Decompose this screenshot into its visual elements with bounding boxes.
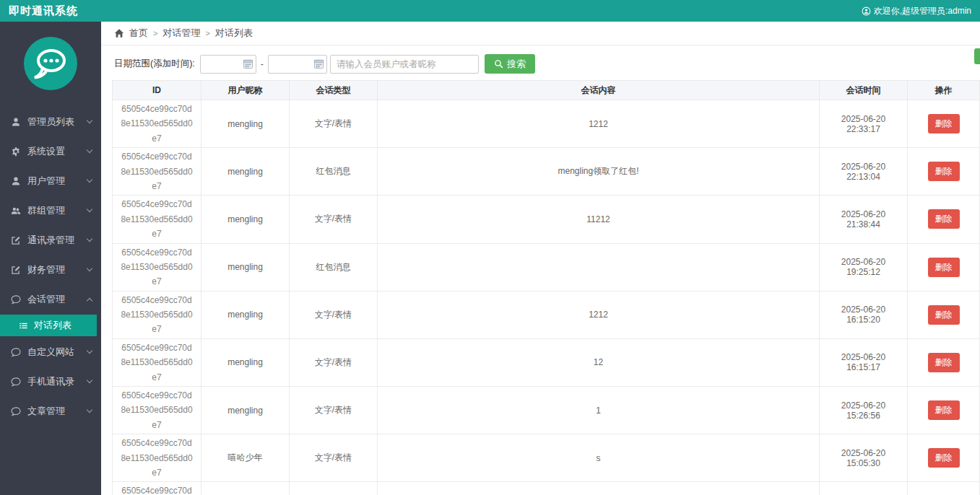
column-header-action: 操作 [908,81,980,100]
conversation-id: 6505c4ce99cc70d8e11530ed565dd0e7 [113,338,201,386]
sidebar-item-finance-management[interactable]: 财务管理 [0,255,101,284]
sidebar-item-system-settings[interactable]: 系统设置 [0,136,101,166]
calendar-icon[interactable] [242,57,254,71]
sidebar-item-user-management[interactable]: 用户管理 [0,166,101,196]
chevron-down-icon [87,206,92,212]
list-icon [19,321,28,330]
conversation-type: 文字/表情 [290,482,378,495]
conversation-content: 12 [378,338,820,386]
user-icon [9,176,22,186]
conversation-type: 文字/表情 [290,100,378,148]
conversation-id: 6505c4ce99cc70d8e11530ed565dd0e7 [113,243,201,291]
conversation-type: 红包消息 [290,148,378,196]
chevron-down-icon [87,407,92,413]
sidebar-item-label: 用户管理 [27,175,87,188]
breadcrumb-item-dialog-list[interactable]: 对话列表 [215,27,253,40]
app-title: 即时通讯系统 [9,4,78,18]
table-row: 6505c4ce99cc70d8e11530ed565dd0e7 menglin… [113,338,980,386]
conversation-id: 6505c4ce99cc70d8e11530ed565dd0e7 [113,434,201,482]
sidebar-item-custom-website[interactable]: 自定义网站 [0,337,101,367]
action-cell: 删除 [908,291,980,338]
conversation-content: s [378,434,820,482]
user-nickname: mengling [201,338,290,386]
user-nickname: mengling [201,387,290,434]
conversation-type: 文字/表情 [290,387,378,434]
date-from-field[interactable] [200,55,256,74]
delete-button[interactable]: 删除 [928,114,960,133]
chevron-down-icon [87,236,92,242]
sidebar-item-label: 财务管理 [27,263,87,276]
action-cell: 删除 [908,243,980,291]
conversation-id: 6505c4ce99cc70d8e11530ed565dd0e7 [113,100,201,148]
conversation-content: 11212 [378,196,820,243]
edit-icon [9,265,22,275]
date-range-dash: - [261,59,264,69]
user-nickname: mengling [201,243,290,291]
user-nickname: mengling [201,291,290,338]
chevron-down-icon [87,266,92,271]
sidebar-item-phone-contacts[interactable]: 手机通讯录 [0,367,101,396]
action-cell: 删除 [908,148,980,196]
conversation-time: 2025-06-20 15:05:30 [820,434,908,482]
delete-button[interactable]: 删除 [928,209,960,229]
action-cell: 删除 [908,196,980,243]
date-from-input[interactable] [203,59,242,69]
chat-bubble-icon [23,36,78,94]
user-nickname: 嘻哈少年 [201,482,290,495]
search-button[interactable]: 搜索 [485,54,535,74]
sidebar-subitem-dialog-list[interactable]: 对话列表 [0,315,97,336]
edit-icon [9,235,22,245]
sidebar-item-label: 会话管理 [27,293,87,306]
conversation-content: 1212 [378,100,820,148]
search-form: 日期范围(添加时间): - 搜索 [114,54,969,74]
table-row: 6505c4ce99cc70d8e11530ed565dd0e7 嘻哈少年 文字… [113,482,980,495]
sidebar-item-label: 手机通讯录 [27,375,87,388]
conversation-time: 2025-06-20 22:33:17 [820,100,908,148]
chat-icon [9,377,22,387]
breadcrumb-home[interactable]: 首页 [129,27,148,40]
action-cell: 删除 [908,434,980,482]
welcome-text: 欢迎你,超级管理员:admin [874,5,971,17]
calendar-icon[interactable] [313,57,325,71]
delete-button[interactable]: 删除 [928,162,960,181]
conversation-type: 红包消息 [290,243,378,291]
conversation-type: 文字/表情 [290,434,378,482]
sidebar-item-group-management[interactable]: 群组管理 [0,196,101,225]
table-row: 6505c4ce99cc70d8e11530ed565dd0e7 嘻哈少年 文字… [113,434,980,482]
sidebar-item-session-management[interactable]: 会话管理 [0,284,101,314]
date-to-field[interactable] [268,55,327,74]
app-logo [0,22,101,94]
breadcrumb-item-dialog-management[interactable]: 对话管理 [162,27,200,40]
sidebar-subitem-label: 对话列表 [34,319,71,332]
chat-icon [9,406,22,416]
chevron-down-icon [87,147,92,153]
delete-button[interactable]: 删除 [928,353,960,372]
chat-icon [9,347,22,357]
conversation-content [378,243,820,291]
chevron-up-icon [87,297,92,303]
sidebar-menu: 管理员列表 系统设置 用户管理 群组管理 通讯录管理 财务管理 会话管理 对话列… [0,107,101,426]
sidebar-item-article-management[interactable]: 文章管理 [0,396,101,426]
breadcrumb-separator: > [153,29,157,38]
column-header-nickname: 用户昵称 [201,81,290,100]
delete-button[interactable]: 删除 [928,400,960,420]
delete-button[interactable]: 删除 [928,305,960,325]
chevron-down-icon [87,118,92,123]
sidebar-item-contacts-management[interactable]: 通讯录管理 [0,225,101,255]
sidebar-item-admin-list[interactable]: 管理员列表 [0,107,101,136]
conversation-type: 文字/表情 [290,338,378,386]
sidebar-item-label: 管理员列表 [27,115,87,128]
main-content: 首页 > 对话管理 > 对话列表 日期范围(添加时间): - [101,22,980,495]
conversation-time: 2025-06-20 13:47:02 [820,482,908,495]
breadcrumb-separator: > [205,29,209,38]
conversation-id: 6505c4ce99cc70d8e11530ed565dd0e7 [113,148,201,196]
delete-button[interactable]: 删除 [928,258,960,277]
date-to-input[interactable] [274,59,313,69]
top-bar: 即时通讯系统 欢迎你,超级管理员:admin [0,0,980,22]
panel-toggle-button[interactable] [974,48,980,64]
conversation-id: 6505c4ce99cc70d8e11530ed565dd0e7 [113,387,201,434]
keyword-search-input[interactable] [330,55,479,74]
sidebar-item-label: 自定义网站 [27,346,87,359]
search-button-label: 搜索 [507,58,526,71]
delete-button[interactable]: 删除 [928,448,960,468]
